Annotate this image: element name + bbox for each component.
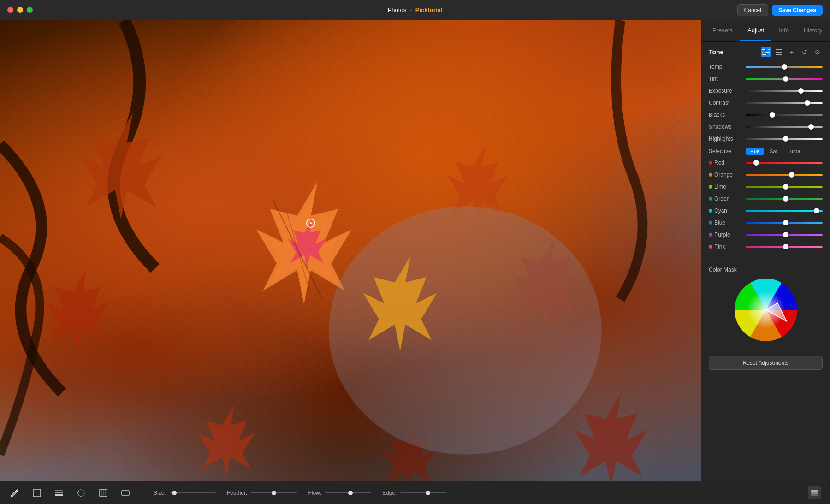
temp-slider-row: Temp. — [709, 64, 823, 70]
bottom-toolbar: Size: Feather: Flow: Edge: — [0, 481, 830, 504]
contrast-slider[interactable] — [746, 102, 823, 104]
red-thumb[interactable] — [753, 160, 759, 166]
blue-slider[interactable] — [746, 222, 823, 224]
minimize-button[interactable] — [17, 7, 23, 13]
color-mask-section: Color Mask — [701, 261, 830, 351]
contrast-label: Contrast — [709, 100, 746, 106]
blacks-thumb[interactable] — [770, 112, 775, 118]
feather-control: Feather: — [227, 490, 297, 496]
selective-tabs: Hue Sat Luma — [746, 148, 805, 155]
lasso-tool[interactable] — [76, 487, 87, 498]
layers-tool[interactable] — [53, 487, 65, 498]
blue-dot — [709, 221, 712, 225]
size-label: Size: — [154, 490, 166, 496]
cancel-button[interactable]: Cancel — [737, 4, 768, 16]
tint-thumb[interactable] — [783, 76, 788, 82]
orange-slider[interactable] — [746, 174, 823, 176]
shadows-slider[interactable] — [746, 126, 823, 128]
tab-adjust[interactable]: Adjust — [740, 20, 771, 41]
green-slider[interactable] — [746, 198, 823, 200]
brush-tool[interactable] — [9, 487, 20, 498]
tone-list-icon[interactable] — [774, 47, 784, 57]
temp-slider[interactable] — [746, 66, 823, 68]
rect-tool[interactable] — [120, 487, 131, 498]
green-dot — [709, 197, 712, 201]
red-slider[interactable] — [746, 162, 823, 164]
blacks-slider[interactable] — [746, 114, 823, 116]
tone-add-icon[interactable]: + — [787, 47, 797, 57]
size-thumb[interactable] — [172, 491, 177, 495]
lime-thumb[interactable] — [783, 184, 788, 190]
blue-thumb[interactable] — [783, 220, 788, 225]
cyan-slider[interactable] — [746, 210, 823, 212]
tone-toggle-icon[interactable]: ⊙ — [812, 47, 823, 57]
sel-tab-luma[interactable]: Luma — [783, 148, 805, 155]
exposure-slider[interactable] — [746, 90, 823, 92]
close-button[interactable] — [7, 7, 13, 13]
svg-point-7 — [763, 51, 765, 53]
lime-slider[interactable] — [746, 186, 823, 188]
orange-thumb[interactable] — [789, 172, 794, 178]
color-wheel-wrap — [709, 278, 823, 342]
photo-canvas[interactable] — [0, 20, 701, 481]
tone-sliders-icon[interactable] — [761, 47, 771, 57]
selective-label: Selective — [709, 148, 746, 154]
shadows-slider-row: Shadows — [709, 124, 823, 130]
tone-section-header: Tone + ↺ ⊙ — [709, 47, 823, 57]
highlights-label: Highlights — [709, 136, 746, 142]
layers-panel-icon[interactable] — [808, 486, 821, 499]
color-wheel[interactable] — [734, 278, 798, 342]
temp-thumb[interactable] — [782, 64, 787, 70]
sel-tab-hue[interactable]: Hue — [746, 148, 764, 155]
purple-slider[interactable] — [746, 234, 823, 236]
panel-tabs: Presets Adjust Info History — [701, 20, 830, 42]
window-title: Photos - Picktorial — [388, 6, 443, 13]
cyan-thumb[interactable] — [814, 208, 819, 213]
highlights-thumb[interactable] — [783, 136, 788, 142]
orange-slider-row: Orange — [709, 172, 823, 178]
contrast-thumb[interactable] — [805, 100, 810, 106]
pink-dot — [709, 245, 712, 249]
tint-slider-row: Tint — [709, 76, 823, 82]
leaf-overlay — [0, 20, 701, 481]
lime-slider-row: Lime — [709, 184, 823, 190]
edge-thumb[interactable] — [426, 491, 430, 495]
feather-thumb[interactable] — [272, 491, 276, 495]
tone-title: Tone — [709, 48, 723, 56]
tab-presets[interactable]: Presets — [705, 20, 740, 41]
lime-label: Lime — [714, 184, 726, 190]
reset-adjustments-button[interactable]: Reset Adjustments — [709, 356, 823, 370]
shadows-thumb[interactable] — [808, 124, 814, 130]
pink-thumb[interactable] — [783, 244, 788, 249]
svg-rect-10 — [776, 52, 782, 53]
highlights-slider[interactable] — [746, 138, 823, 140]
size-slider[interactable] — [170, 492, 216, 493]
pink-slider[interactable] — [746, 246, 823, 248]
cyan-label: Cyan — [714, 208, 727, 214]
feather-slider[interactable] — [251, 492, 297, 493]
maximize-button[interactable] — [27, 7, 33, 13]
tab-info[interactable]: Info — [771, 20, 796, 41]
cyan-dot — [709, 209, 712, 213]
eraser-tool[interactable] — [31, 487, 42, 498]
tab-history[interactable]: History — [796, 20, 830, 41]
save-changes-button[interactable]: Save Changes — [772, 5, 823, 16]
flow-slider[interactable] — [325, 492, 371, 493]
purple-thumb[interactable] — [783, 232, 788, 237]
exposure-thumb[interactable] — [798, 88, 804, 94]
title-separator: - — [410, 6, 412, 13]
flow-control: Flow: — [308, 490, 371, 496]
gradient-tool[interactable] — [98, 487, 109, 498]
edge-control: Edge: — [382, 490, 446, 496]
selective-header: Selective Hue Sat Luma — [709, 148, 823, 155]
svg-line-2 — [285, 207, 310, 293]
sel-tab-sat[interactable]: Sat — [765, 148, 782, 155]
green-thumb[interactable] — [783, 196, 788, 202]
orange-dot — [709, 173, 712, 177]
tint-slider[interactable] — [746, 78, 823, 80]
blue-label: Blue — [714, 219, 725, 226]
exposure-label: Exposure — [709, 88, 746, 94]
edge-slider[interactable] — [400, 492, 446, 493]
tone-reset-icon[interactable]: ↺ — [800, 47, 810, 57]
flow-thumb[interactable] — [348, 491, 353, 495]
